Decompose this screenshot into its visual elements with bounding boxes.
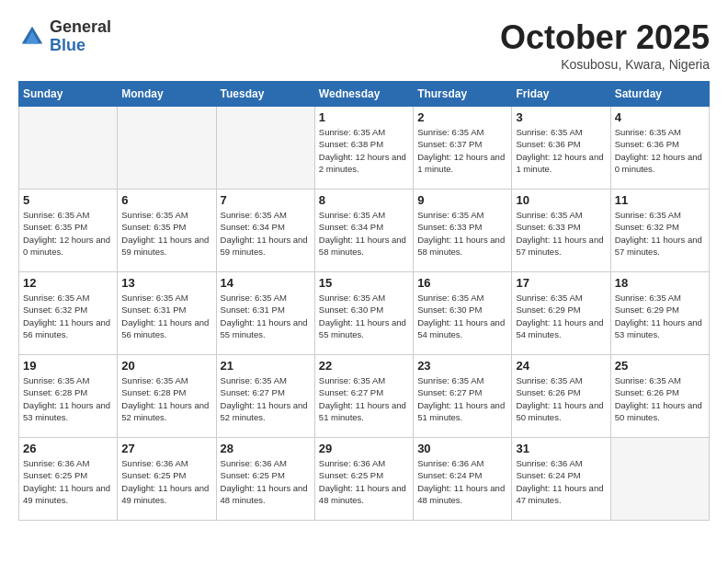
calendar-week-row: 19Sunrise: 6:35 AM Sunset: 6:28 PM Dayli…	[19, 355, 710, 438]
day-number: 8	[319, 193, 409, 207]
day-number: 4	[615, 110, 705, 124]
calendar-cell: 16Sunrise: 6:35 AM Sunset: 6:30 PM Dayli…	[414, 272, 512, 355]
day-number: 10	[516, 193, 606, 207]
calendar-week-row: 26Sunrise: 6:36 AM Sunset: 6:25 PM Dayli…	[19, 438, 710, 521]
calendar-cell: 31Sunrise: 6:36 AM Sunset: 6:24 PM Dayli…	[512, 438, 610, 521]
day-number: 9	[417, 193, 507, 207]
weekday-header: Thursday	[414, 82, 512, 107]
day-info: Sunrise: 6:35 AM Sunset: 6:31 PM Dayligh…	[221, 292, 311, 340]
weekday-header: Saturday	[610, 82, 709, 107]
day-info: Sunrise: 6:35 AM Sunset: 6:34 PM Dayligh…	[319, 209, 409, 258]
day-info: Sunrise: 6:35 AM Sunset: 6:27 PM Dayligh…	[319, 374, 409, 423]
calendar-cell: 13Sunrise: 6:35 AM Sunset: 6:31 PM Dayli…	[118, 272, 216, 355]
calendar-cell: 11Sunrise: 6:35 AM Sunset: 6:32 PM Dayli…	[610, 190, 709, 272]
day-info: Sunrise: 6:35 AM Sunset: 6:32 PM Dayligh…	[615, 209, 705, 258]
calendar-cell: 17Sunrise: 6:35 AM Sunset: 6:29 PM Dayli…	[512, 272, 610, 355]
calendar-cell	[19, 107, 118, 190]
location: Kosubosu, Kwara, Nigeria	[500, 57, 710, 72]
month-title: October 2025	[500, 18, 710, 57]
calendar-cell: 21Sunrise: 6:35 AM Sunset: 6:27 PM Dayli…	[216, 355, 314, 438]
day-info: Sunrise: 6:36 AM Sunset: 6:25 PM Dayligh…	[121, 457, 211, 506]
weekday-header: Wednesday	[314, 82, 413, 107]
calendar-week-row: 12Sunrise: 6:35 AM Sunset: 6:32 PM Dayli…	[19, 272, 710, 355]
day-number: 26	[23, 442, 113, 455]
day-info: Sunrise: 6:35 AM Sunset: 6:33 PM Dayligh…	[417, 209, 507, 258]
calendar: SundayMondayTuesdayWednesdayThursdayFrid…	[18, 81, 710, 521]
day-number: 18	[615, 276, 705, 290]
day-number: 15	[319, 276, 409, 290]
calendar-cell: 14Sunrise: 6:35 AM Sunset: 6:31 PM Dayli…	[216, 272, 314, 355]
day-number: 6	[121, 193, 211, 207]
logo-blue: Blue	[50, 37, 111, 55]
calendar-cell: 15Sunrise: 6:35 AM Sunset: 6:30 PM Dayli…	[314, 272, 413, 355]
calendar-cell: 28Sunrise: 6:36 AM Sunset: 6:25 PM Dayli…	[216, 438, 314, 521]
day-info: Sunrise: 6:36 AM Sunset: 6:24 PM Dayligh…	[516, 457, 606, 506]
calendar-cell: 4Sunrise: 6:35 AM Sunset: 6:36 PM Daylig…	[610, 107, 709, 190]
day-info: Sunrise: 6:35 AM Sunset: 6:28 PM Dayligh…	[121, 374, 211, 423]
day-info: Sunrise: 6:35 AM Sunset: 6:32 PM Dayligh…	[23, 292, 113, 340]
day-info: Sunrise: 6:35 AM Sunset: 6:35 PM Dayligh…	[121, 209, 211, 258]
logo: General Blue	[18, 18, 111, 55]
logo-general: General	[50, 18, 111, 37]
calendar-cell: 5Sunrise: 6:35 AM Sunset: 6:35 PM Daylig…	[19, 190, 118, 272]
weekday-header: Sunday	[19, 82, 118, 107]
day-info: Sunrise: 6:35 AM Sunset: 6:29 PM Dayligh…	[516, 292, 606, 340]
calendar-cell: 23Sunrise: 6:35 AM Sunset: 6:27 PM Dayli…	[414, 355, 512, 438]
day-number: 28	[221, 442, 311, 455]
day-number: 25	[615, 359, 705, 373]
logo-icon	[18, 23, 46, 51]
weekday-header: Monday	[118, 82, 216, 107]
day-info: Sunrise: 6:35 AM Sunset: 6:34 PM Dayligh…	[221, 209, 311, 258]
title-block: October 2025 Kosubosu, Kwara, Nigeria	[500, 18, 710, 72]
calendar-cell: 12Sunrise: 6:35 AM Sunset: 6:32 PM Dayli…	[19, 272, 118, 355]
day-number: 24	[516, 359, 606, 373]
day-number: 17	[516, 276, 606, 290]
day-number: 5	[23, 193, 113, 207]
day-info: Sunrise: 6:36 AM Sunset: 6:25 PM Dayligh…	[319, 457, 409, 506]
day-info: Sunrise: 6:35 AM Sunset: 6:26 PM Dayligh…	[516, 374, 606, 423]
calendar-cell: 9Sunrise: 6:35 AM Sunset: 6:33 PM Daylig…	[414, 190, 512, 272]
calendar-cell: 20Sunrise: 6:35 AM Sunset: 6:28 PM Dayli…	[118, 355, 216, 438]
day-info: Sunrise: 6:35 AM Sunset: 6:26 PM Dayligh…	[615, 374, 705, 423]
calendar-cell: 26Sunrise: 6:36 AM Sunset: 6:25 PM Dayli…	[19, 438, 118, 521]
day-info: Sunrise: 6:35 AM Sunset: 6:37 PM Dayligh…	[417, 126, 507, 175]
day-info: Sunrise: 6:35 AM Sunset: 6:30 PM Dayligh…	[417, 292, 507, 340]
calendar-cell: 22Sunrise: 6:35 AM Sunset: 6:27 PM Dayli…	[314, 355, 413, 438]
day-number: 11	[615, 193, 705, 207]
calendar-cell: 19Sunrise: 6:35 AM Sunset: 6:28 PM Dayli…	[19, 355, 118, 438]
calendar-cell: 24Sunrise: 6:35 AM Sunset: 6:26 PM Dayli…	[512, 355, 610, 438]
day-number: 1	[319, 110, 409, 124]
day-info: Sunrise: 6:35 AM Sunset: 6:33 PM Dayligh…	[516, 209, 606, 258]
calendar-cell: 29Sunrise: 6:36 AM Sunset: 6:25 PM Dayli…	[314, 438, 413, 521]
calendar-cell: 1Sunrise: 6:35 AM Sunset: 6:38 PM Daylig…	[314, 107, 413, 190]
calendar-cell: 2Sunrise: 6:35 AM Sunset: 6:37 PM Daylig…	[414, 107, 512, 190]
calendar-cell: 25Sunrise: 6:35 AM Sunset: 6:26 PM Dayli…	[610, 355, 709, 438]
day-info: Sunrise: 6:35 AM Sunset: 6:29 PM Dayligh…	[615, 292, 705, 340]
day-info: Sunrise: 6:35 AM Sunset: 6:38 PM Dayligh…	[319, 126, 409, 175]
calendar-cell: 7Sunrise: 6:35 AM Sunset: 6:34 PM Daylig…	[216, 190, 314, 272]
day-info: Sunrise: 6:35 AM Sunset: 6:35 PM Dayligh…	[23, 209, 113, 258]
calendar-cell: 6Sunrise: 6:35 AM Sunset: 6:35 PM Daylig…	[118, 190, 216, 272]
calendar-week-row: 1Sunrise: 6:35 AM Sunset: 6:38 PM Daylig…	[19, 107, 710, 190]
day-number: 20	[121, 359, 211, 373]
day-info: Sunrise: 6:35 AM Sunset: 6:30 PM Dayligh…	[319, 292, 409, 340]
day-info: Sunrise: 6:35 AM Sunset: 6:36 PM Dayligh…	[516, 126, 606, 175]
calendar-cell	[118, 107, 216, 190]
page-header: General Blue October 2025 Kosubosu, Kwar…	[18, 18, 710, 72]
day-info: Sunrise: 6:35 AM Sunset: 6:27 PM Dayligh…	[221, 374, 311, 423]
weekday-header-row: SundayMondayTuesdayWednesdayThursdayFrid…	[19, 82, 710, 107]
logo-text: General Blue	[50, 18, 111, 55]
day-number: 13	[121, 276, 211, 290]
day-number: 22	[319, 359, 409, 373]
day-info: Sunrise: 6:36 AM Sunset: 6:24 PM Dayligh…	[417, 457, 507, 506]
weekday-header: Tuesday	[216, 82, 314, 107]
day-info: Sunrise: 6:35 AM Sunset: 6:31 PM Dayligh…	[121, 292, 211, 340]
day-number: 19	[23, 359, 113, 373]
day-number: 21	[221, 359, 311, 373]
day-info: Sunrise: 6:35 AM Sunset: 6:27 PM Dayligh…	[417, 374, 507, 423]
calendar-week-row: 5Sunrise: 6:35 AM Sunset: 6:35 PM Daylig…	[19, 190, 710, 272]
day-number: 30	[417, 442, 507, 455]
day-number: 29	[319, 442, 409, 455]
day-info: Sunrise: 6:36 AM Sunset: 6:25 PM Dayligh…	[23, 457, 113, 506]
day-number: 23	[417, 359, 507, 373]
